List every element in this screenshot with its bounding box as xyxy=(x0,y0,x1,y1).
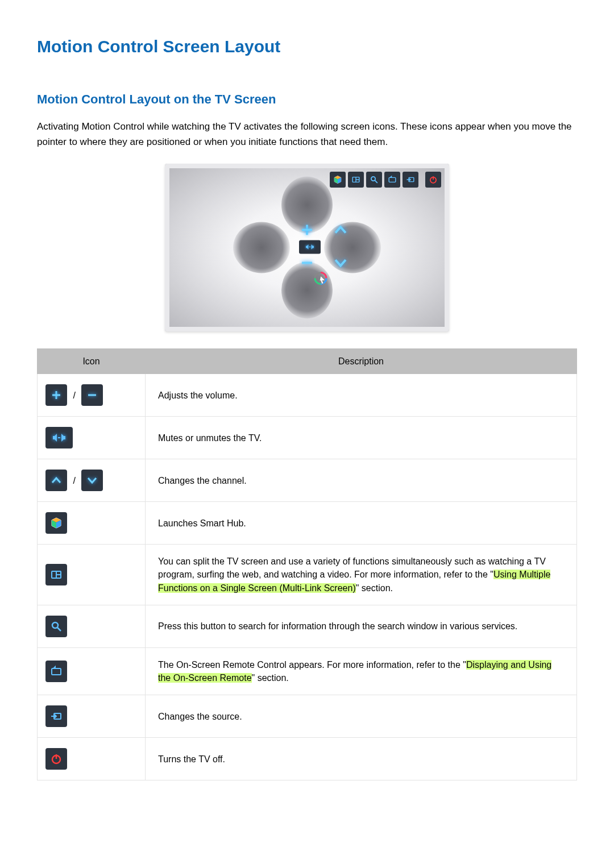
table-row: Mutes or unmutes the TV. xyxy=(38,417,577,459)
table-row: Press this button to search for informat… xyxy=(38,605,577,647)
chevron-up-icon xyxy=(45,470,67,491)
toolbar-source-icon xyxy=(403,172,418,188)
pointer-cursor-icon xyxy=(313,270,329,286)
mute-icon xyxy=(45,427,73,448)
toolbar-remote-icon xyxy=(384,172,400,188)
desc-text-post: " section. xyxy=(252,673,289,683)
desc-text-pre: You can split the TV screen and use a va… xyxy=(158,556,546,579)
row-desc: You can split the TV screen and use a va… xyxy=(146,545,577,605)
tv-illustration xyxy=(165,164,449,331)
table-row: Turns the TV off. xyxy=(38,738,577,780)
desc-text-post: " section. xyxy=(356,583,393,593)
row-desc: Mutes or unmutes the TV. xyxy=(146,417,577,459)
row-desc: Changes the channel. xyxy=(146,459,577,502)
remote-icon xyxy=(45,661,67,682)
plus-icon xyxy=(45,384,67,406)
search-icon xyxy=(45,616,67,637)
row-desc: The On-Screen Remote Control appears. Fo… xyxy=(146,647,577,695)
table-row: / Changes the channel. xyxy=(38,459,577,502)
dpad-down-icon xyxy=(333,255,349,271)
dpad-plus-icon xyxy=(299,222,315,238)
multilink-icon xyxy=(45,564,67,585)
dpad-up-icon xyxy=(333,222,349,238)
icon-description-table: Icon Description / Adjusts the volume. M… xyxy=(37,348,577,780)
table-row: Launches Smart Hub. xyxy=(38,502,577,545)
toolbar-smarthub-icon xyxy=(330,172,346,188)
toolbar-search-icon xyxy=(366,172,382,188)
row-desc: Press this button to search for informat… xyxy=(146,605,577,647)
section-title: Motion Control Layout on the TV Screen xyxy=(37,90,577,109)
power-icon xyxy=(45,748,67,770)
table-row: You can split the TV screen and use a va… xyxy=(38,545,577,605)
page-title: Motion Control Screen Layout xyxy=(37,34,577,59)
minus-icon xyxy=(81,384,103,406)
intro-paragraph: Activating Motion Control while watching… xyxy=(37,119,577,149)
icon-separator: / xyxy=(69,474,78,487)
row-desc: Changes the source. xyxy=(146,695,577,738)
table-row: Changes the source. xyxy=(38,695,577,738)
table-row: The On-Screen Remote Control appears. Fo… xyxy=(38,647,577,695)
toolbar-power-icon xyxy=(425,172,441,188)
dpad-minus-icon xyxy=(299,255,315,271)
source-icon xyxy=(45,705,67,727)
toolbar-multilink-icon xyxy=(348,172,364,188)
th-icon: Icon xyxy=(38,349,146,374)
desc-text-pre: The On-Screen Remote Control appears. Fo… xyxy=(158,660,466,670)
chevron-down-icon xyxy=(81,470,103,491)
dpad-mute-icon xyxy=(299,240,321,254)
row-desc: Turns the TV off. xyxy=(146,738,577,780)
row-desc: Launches Smart Hub. xyxy=(146,502,577,545)
table-row: / Adjusts the volume. xyxy=(38,374,577,417)
row-desc: Adjusts the volume. xyxy=(146,374,577,417)
th-desc: Description xyxy=(146,349,577,374)
icon-separator: / xyxy=(69,389,78,402)
smarthub-icon xyxy=(45,512,67,534)
